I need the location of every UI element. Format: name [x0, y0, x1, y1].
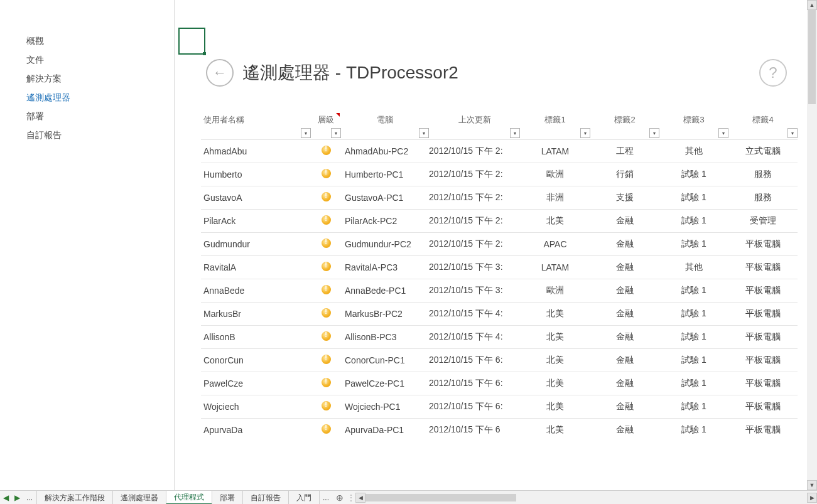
table-cell[interactable]: 金融: [590, 256, 659, 279]
table-cell[interactable]: AllisonB-PC3: [341, 326, 429, 349]
table-cell[interactable]: GustavoA: [201, 186, 311, 210]
table-cell[interactable]: 金融: [590, 326, 659, 349]
table-cell[interactable]: 其他: [659, 256, 728, 279]
filter-dropdown-button[interactable]: ▾: [787, 128, 798, 138]
table-cell[interactable]: 北美: [520, 349, 590, 372]
tier-cell[interactable]: [311, 163, 341, 186]
table-cell[interactable]: 試驗 1: [659, 303, 728, 326]
table-cell[interactable]: 金融: [590, 419, 659, 442]
tier-cell[interactable]: [311, 372, 341, 395]
table-cell[interactable]: 2012/10/15 下午 3:: [429, 279, 520, 303]
sidebar-item-0[interactable]: 概觀: [0, 31, 174, 50]
table-cell[interactable]: 平板電腦: [728, 419, 798, 442]
tier-cell[interactable]: [311, 279, 341, 303]
sheet-tab-5[interactable]: 入門: [288, 491, 320, 504]
table-cell[interactable]: ConorCun-PC1: [341, 349, 429, 372]
table-row[interactable]: ApurvaDaApurvaDa-PC12012/10/15 下午 6北美金融試…: [201, 419, 798, 442]
table-cell[interactable]: 行銷: [590, 163, 659, 186]
table-cell[interactable]: 金融: [590, 210, 659, 233]
table-cell[interactable]: 2012/10/15 下午 6: [429, 419, 520, 442]
table-cell[interactable]: 平板電腦: [728, 326, 798, 349]
table-cell[interactable]: 金融: [590, 303, 659, 326]
table-row[interactable]: AnnaBedeAnnaBede-PC12012/10/15 下午 3:歐洲金融…: [201, 279, 798, 303]
table-cell[interactable]: 平板電腦: [728, 395, 798, 419]
table-cell[interactable]: AllisonB: [201, 326, 311, 349]
tier-cell[interactable]: [311, 140, 341, 163]
vscroll-thumb[interactable]: [808, 10, 816, 104]
sidebar-item-4[interactable]: 部署: [0, 107, 174, 126]
table-cell[interactable]: 受管理: [728, 210, 798, 233]
table-cell[interactable]: 2012/10/15 下午 4:: [429, 326, 520, 349]
table-cell[interactable]: AhmadAbu-PC2: [341, 140, 429, 163]
table-cell[interactable]: 北美: [520, 372, 590, 395]
tabs-scroll-left[interactable]: ◀: [0, 491, 11, 504]
table-row[interactable]: AhmadAbuAhmadAbu-PC22012/10/15 下午 2:LATA…: [201, 140, 798, 163]
filter-dropdown-button[interactable]: ▾: [419, 128, 429, 138]
table-cell[interactable]: ConorCun: [201, 349, 311, 372]
table-cell[interactable]: PawelCze-PC1: [341, 372, 429, 395]
table-cell[interactable]: 平板電腦: [728, 372, 798, 395]
table-cell[interactable]: 2012/10/15 下午 6:: [429, 395, 520, 419]
hscroll-left-button[interactable]: ◀: [355, 493, 365, 503]
table-cell[interactable]: 試驗 1: [659, 163, 728, 186]
table-cell[interactable]: 金融: [590, 279, 659, 303]
table-cell[interactable]: 平板電腦: [728, 256, 798, 279]
table-cell[interactable]: 支援: [590, 186, 659, 210]
add-sheet-button[interactable]: ⊕: [333, 491, 347, 504]
table-row[interactable]: AllisonBAllisonB-PC32012/10/15 下午 4:北美金融…: [201, 326, 798, 349]
sidebar-item-2[interactable]: 解決方案: [0, 69, 174, 88]
table-row[interactable]: PawelCzePawelCze-PC12012/10/15 下午 6:北美金融…: [201, 372, 798, 395]
table-cell[interactable]: 平板電腦: [728, 303, 798, 326]
table-cell[interactable]: ApurvaDa: [201, 419, 311, 442]
tier-cell[interactable]: [311, 326, 341, 349]
table-cell[interactable]: 北美: [520, 210, 590, 233]
vscroll-track[interactable]: [807, 10, 817, 480]
tier-cell[interactable]: [311, 210, 341, 233]
sidebar-item-1[interactable]: 文件: [0, 50, 174, 69]
table-cell[interactable]: 歐洲: [520, 163, 590, 186]
sheet-tab-3[interactable]: 部署: [212, 491, 243, 504]
scroll-down-button[interactable]: ▼: [807, 480, 817, 490]
hscroll-thumb[interactable]: [365, 494, 516, 501]
hscroll-right-button[interactable]: ▶: [807, 493, 817, 503]
table-cell[interactable]: 歐洲: [520, 279, 590, 303]
tabs-more-suffix[interactable]: ...: [319, 491, 333, 504]
filter-dropdown-button[interactable]: ▾: [301, 128, 311, 138]
table-cell[interactable]: AhmadAbu: [201, 140, 311, 163]
table-cell[interactable]: 2012/10/15 下午 3:: [429, 256, 520, 279]
filter-dropdown-button[interactable]: ▾: [649, 128, 659, 138]
table-cell[interactable]: 試驗 1: [659, 419, 728, 442]
table-cell[interactable]: PilarAck-PC2: [341, 210, 429, 233]
table-cell[interactable]: 北美: [520, 326, 590, 349]
filter-dropdown-button[interactable]: ▾: [331, 128, 341, 138]
table-row[interactable]: RavitalARavitalA-PC32012/10/15 下午 3:LATA…: [201, 256, 798, 279]
table-cell[interactable]: Gudmundur: [201, 233, 311, 256]
sheet-tab-2[interactable]: 代理程式: [166, 491, 212, 504]
table-cell[interactable]: 北美: [520, 419, 590, 442]
tier-cell[interactable]: [311, 419, 341, 442]
table-cell[interactable]: 2012/10/15 下午 6:: [429, 349, 520, 372]
table-cell[interactable]: 2012/10/15 下午 4:: [429, 303, 520, 326]
table-cell[interactable]: 試驗 1: [659, 279, 728, 303]
sheet-tab-0[interactable]: 解決方案工作階段: [36, 491, 113, 504]
back-button[interactable]: ←: [206, 59, 234, 87]
table-cell[interactable]: 試驗 1: [659, 349, 728, 372]
sheet-tab-4[interactable]: 自訂報告: [242, 491, 289, 504]
table-row[interactable]: GustavoAGustavoA-PC12012/10/15 下午 2:非洲支援…: [201, 186, 798, 210]
table-cell[interactable]: Humberto-PC1: [341, 163, 429, 186]
table-row[interactable]: PilarAckPilarAck-PC22012/10/15 下午 2:北美金融…: [201, 210, 798, 233]
help-button[interactable]: ?: [759, 59, 787, 87]
table-cell[interactable]: 北美: [520, 395, 590, 419]
table-cell[interactable]: 平板電腦: [728, 279, 798, 303]
table-cell[interactable]: Humberto: [201, 163, 311, 186]
table-cell[interactable]: AnnaBede: [201, 279, 311, 303]
table-cell[interactable]: 2012/10/15 下午 2:: [429, 140, 520, 163]
table-cell[interactable]: 2012/10/15 下午 2:: [429, 186, 520, 210]
table-cell[interactable]: 工程: [590, 140, 659, 163]
table-cell[interactable]: Wojciech: [201, 395, 311, 419]
sidebar-item-3[interactable]: 遙測處理器: [0, 88, 174, 107]
table-cell[interactable]: MarkusBr-PC2: [341, 303, 429, 326]
table-row[interactable]: HumbertoHumberto-PC12012/10/15 下午 2:歐洲行銷…: [201, 163, 798, 186]
vertical-scrollbar[interactable]: ▲ ▼: [807, 0, 817, 490]
filter-dropdown-button[interactable]: ▾: [510, 128, 520, 138]
